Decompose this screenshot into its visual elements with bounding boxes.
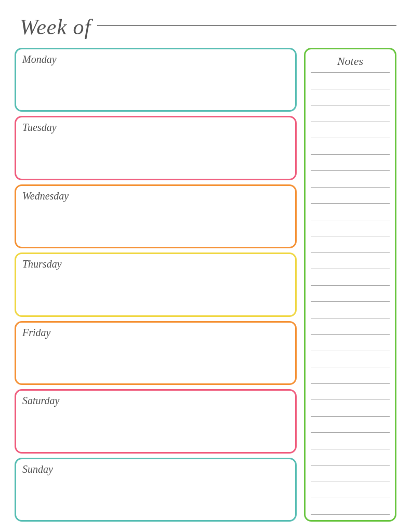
weekly-planner-page: Week of MondayTuesdayWednesdayThursdayFr… bbox=[0, 0, 411, 532]
notes-line bbox=[311, 301, 390, 302]
notes-line bbox=[311, 367, 390, 367]
header: Week of bbox=[15, 15, 396, 39]
day-box-saturday[interactable]: Saturday bbox=[15, 389, 297, 453]
notes-line bbox=[311, 514, 390, 515]
notes-title: Notes bbox=[311, 55, 390, 68]
days-column: MondayTuesdayWednesdayThursdayFridaySatu… bbox=[15, 48, 297, 522]
notes-line bbox=[311, 154, 390, 155]
notes-line bbox=[311, 285, 390, 286]
notes-line bbox=[311, 89, 390, 89]
main-content: MondayTuesdayWednesdayThursdayFridaySatu… bbox=[15, 48, 396, 522]
notes-line bbox=[311, 220, 390, 220]
day-label-monday: Monday bbox=[22, 54, 57, 65]
day-label-wednesday: Wednesday bbox=[22, 190, 69, 202]
day-label-sunday: Sunday bbox=[22, 463, 53, 475]
notes-lines bbox=[311, 72, 390, 515]
day-box-friday[interactable]: Friday bbox=[15, 321, 297, 385]
notes-line bbox=[311, 351, 390, 351]
day-label-tuesday: Tuesday bbox=[22, 122, 57, 133]
notes-column: Notes bbox=[304, 48, 396, 522]
notes-line bbox=[311, 105, 390, 105]
day-label-friday: Friday bbox=[22, 327, 50, 338]
notes-line bbox=[311, 203, 390, 204]
notes-line bbox=[311, 465, 390, 466]
day-box-monday[interactable]: Monday bbox=[15, 48, 297, 112]
notes-line bbox=[311, 269, 390, 269]
notes-line bbox=[311, 138, 390, 138]
week-of-line bbox=[97, 25, 396, 26]
notes-line bbox=[311, 400, 390, 400]
notes-line bbox=[311, 432, 390, 433]
notes-line bbox=[311, 236, 390, 236]
day-label-thursday: Thursday bbox=[22, 258, 62, 270]
notes-line bbox=[311, 72, 390, 73]
notes-line bbox=[311, 334, 390, 335]
notes-line bbox=[311, 318, 390, 318]
week-of-title: Week of bbox=[20, 15, 91, 39]
notes-line bbox=[311, 383, 390, 384]
notes-line bbox=[311, 498, 390, 498]
day-label-saturday: Saturday bbox=[22, 395, 59, 406]
day-box-thursday[interactable]: Thursday bbox=[15, 252, 297, 316]
notes-line bbox=[311, 416, 390, 417]
notes-line bbox=[311, 187, 390, 188]
notes-line bbox=[311, 449, 390, 449]
day-box-wednesday[interactable]: Wednesday bbox=[15, 184, 297, 248]
notes-line bbox=[311, 482, 390, 482]
day-box-tuesday[interactable]: Tuesday bbox=[15, 116, 297, 180]
day-box-sunday[interactable]: Sunday bbox=[15, 458, 297, 522]
notes-line bbox=[311, 122, 390, 122]
notes-line bbox=[311, 252, 390, 253]
notes-line bbox=[311, 170, 390, 171]
